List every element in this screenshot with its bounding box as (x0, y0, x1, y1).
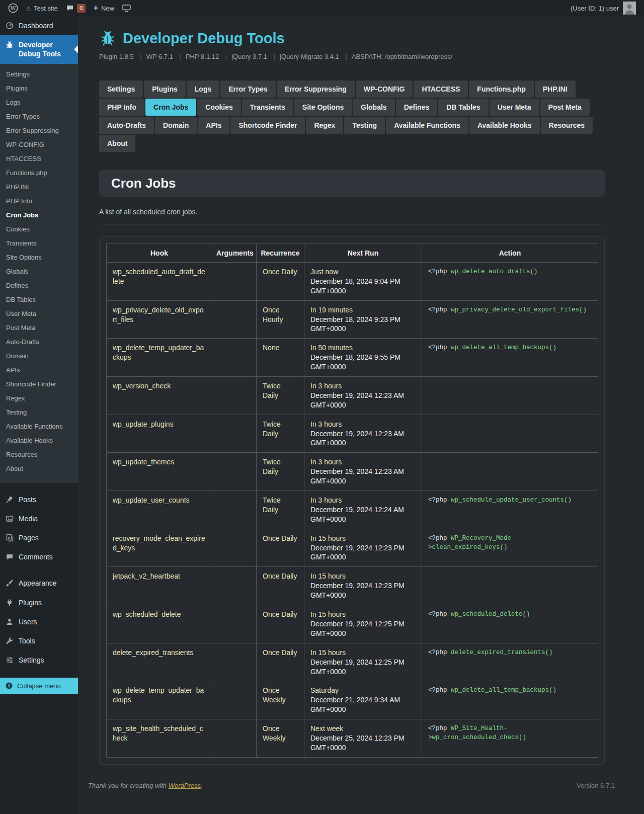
sidebar-item-pages[interactable]: Pages (0, 528, 78, 547)
cron-jobs-table: HookArgumentsRecurrenceNext RunAction wp… (106, 243, 598, 758)
collapse-menu-button[interactable]: Collapse menu (0, 678, 78, 694)
tab[interactable]: Site Options (294, 99, 352, 116)
avatar (623, 2, 636, 15)
tab[interactable]: Settings (99, 80, 143, 98)
sidebar-item-comments[interactable]: Comments (0, 547, 78, 566)
tab[interactable]: Functions.php (469, 80, 533, 98)
recurrence-cell: Once Hourly (257, 300, 304, 339)
screen-plugin-button[interactable] (118, 0, 135, 16)
sidebar-item-tools[interactable]: Tools (0, 631, 78, 650)
ddt-submenu-item[interactable]: HTACCESS (0, 152, 78, 166)
admin-bar-user-menu[interactable]: (User ID: 1) user (567, 0, 640, 16)
tab[interactable]: Available Functions (386, 117, 468, 134)
tab[interactable]: About (99, 135, 135, 152)
tab[interactable]: Cron Jobs (145, 99, 196, 116)
new-content-button[interactable]: + New (90, 0, 118, 16)
tab[interactable]: Regex (306, 117, 343, 134)
ddt-submenu-item[interactable]: Cron Jobs (0, 208, 78, 222)
tab[interactable]: Defines (396, 99, 438, 116)
ddt-submenu-item[interactable]: Shortcode Finder (0, 377, 78, 391)
sidebar-item-plugins[interactable]: Plugins (0, 593, 78, 612)
ddt-submenu-item[interactable]: Logs (0, 96, 78, 110)
site-name-label: Test site (34, 5, 58, 12)
ddt-submenu-item[interactable]: PHP.INI (0, 180, 78, 194)
ddt-submenu-item[interactable]: Site Options (0, 251, 78, 265)
tab[interactable]: PHP.INI (535, 80, 576, 98)
recurrence-cell: Twice Daily (257, 453, 304, 491)
site-name-link[interactable]: ⌂ Test site (22, 0, 62, 16)
ddt-submenu-item[interactable]: Transients (0, 236, 78, 251)
tab[interactable]: DB Tables (438, 99, 488, 116)
ddt-submenu-item[interactable]: About (0, 462, 78, 476)
tab[interactable]: User Meta (490, 99, 539, 116)
tab[interactable]: WP-CONFIG (356, 80, 413, 98)
new-label: New (101, 5, 114, 12)
sidebar-item-users[interactable]: Users (0, 612, 78, 631)
tab[interactable]: Transients (242, 99, 293, 116)
next-run-relative: In 3 hours (310, 496, 416, 505)
ddt-submenu-item[interactable]: PHP Info (0, 194, 78, 208)
collapse-menu-label: Collapse menu (17, 682, 61, 690)
tab[interactable]: Domain (155, 117, 197, 134)
admin-bar-comments[interactable]: 0 (62, 0, 90, 16)
ddt-submenu-item[interactable]: Functions.php (0, 166, 78, 180)
tab[interactable]: Available Hooks (469, 117, 540, 134)
next-run-relative: In 50 minutes (310, 343, 416, 353)
tab[interactable]: Resources (541, 117, 593, 134)
next-run-cell: In 15 hours December 19, 2024 12:25 PM G… (304, 643, 422, 681)
sidebar-item-developer-debug-tools[interactable]: Developer Debug Tools (0, 35, 78, 63)
comments-pending-badge: 0 (77, 4, 86, 13)
tab[interactable]: Shortcode Finder (230, 117, 305, 134)
ddt-submenu-item[interactable]: Resources (0, 448, 78, 462)
tools-label: Tools (19, 636, 35, 645)
tab[interactable]: Error Suppressing (277, 80, 355, 98)
sidebar-item-posts[interactable]: Posts (0, 490, 78, 509)
users-label: Users (19, 617, 37, 626)
ddt-submenu-item[interactable]: Domain (0, 349, 78, 363)
tab[interactable]: Globals (353, 99, 394, 116)
tab[interactable]: HTACCESS (414, 80, 468, 98)
ddt-submenu-item[interactable]: WP-CONFIG (0, 138, 78, 152)
tab[interactable]: APIs (198, 117, 229, 134)
php-open-tag: <?php (428, 306, 451, 313)
developer-debug-tools-label: Developer Debug Tools (19, 40, 74, 58)
collapse-arrow-icon (5, 682, 13, 690)
tab[interactable]: PHP Info (99, 99, 144, 116)
ddt-submenu-item[interactable]: Available Hooks (0, 434, 78, 448)
tab[interactable]: Error Types (220, 80, 276, 98)
ddt-submenu-item[interactable]: Post Meta (0, 321, 78, 335)
ddt-submenu-item[interactable]: Globals (0, 265, 78, 279)
tab[interactable]: Auto-Drafts (99, 117, 154, 134)
ddt-submenu-item[interactable]: DB Tables (0, 293, 78, 307)
sidebar-item-dashboard[interactable]: Dashboard (0, 16, 78, 35)
ddt-submenu-item[interactable]: Available Functions (0, 420, 78, 434)
ddt-submenu-item[interactable]: Auto-Drafts (0, 335, 78, 349)
tab[interactable]: Cookies (197, 99, 240, 116)
wp-logo-menu[interactable]: W (4, 0, 22, 16)
ddt-submenu-item[interactable]: Plugins (0, 82, 78, 96)
sidebar-item-settings[interactable]: Settings (0, 650, 78, 670)
admin-footer: Thank you for creating with WordPress. V… (88, 782, 615, 789)
next-run-cell: In 3 hours December 19, 2024 12:24 AM GM… (304, 491, 422, 529)
ddt-submenu-item[interactable]: Settings (0, 67, 78, 82)
sidebar-item-appearance[interactable]: Appearance (0, 574, 78, 593)
ddt-submenu-item[interactable]: Error Types (0, 110, 78, 124)
wordpress-link[interactable]: WordPress (169, 782, 201, 789)
tab[interactable]: Post Meta (540, 99, 590, 116)
sidebar-item-media[interactable]: Media (0, 509, 78, 528)
arguments-cell (212, 491, 257, 529)
hook-cell: wp_delete_temp_updater_backups (107, 681, 212, 719)
recurrence-cell: Once Daily (257, 643, 304, 681)
tab[interactable]: Logs (187, 80, 219, 98)
ddt-submenu-item[interactable]: Error Suppressing (0, 124, 78, 138)
ddt-submenu-item[interactable]: Regex (0, 391, 78, 405)
ddt-submenu-item[interactable]: User Meta (0, 307, 78, 321)
cron-job-row: wp_scheduled_delete Once Daily In 15 hou… (107, 605, 598, 643)
ddt-submenu-item[interactable]: APIs (0, 363, 78, 377)
ddt-submenu-item[interactable]: Testing (0, 405, 78, 420)
tab[interactable]: Plugins (144, 80, 186, 98)
tab[interactable]: Testing (344, 117, 385, 134)
next-run-relative: In 15 hours (310, 534, 416, 543)
ddt-submenu-item[interactable]: Defines (0, 279, 78, 293)
ddt-submenu-item[interactable]: Cookies (0, 222, 78, 236)
